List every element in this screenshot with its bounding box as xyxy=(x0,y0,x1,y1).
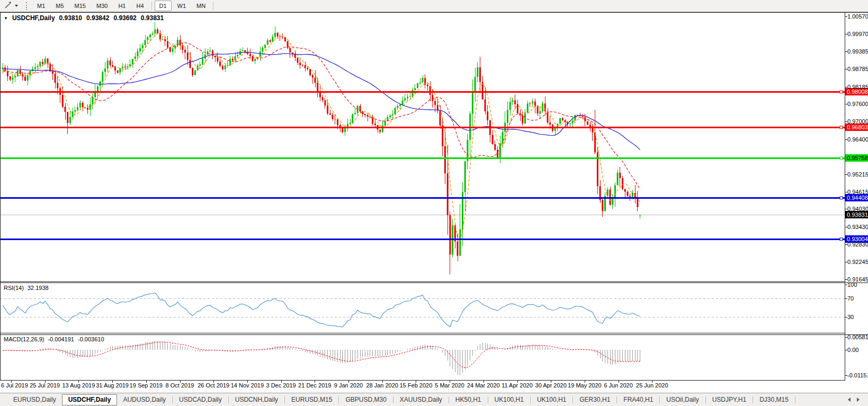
ohlc-open: 0.93810 xyxy=(59,14,82,22)
toolbar-separator xyxy=(151,2,152,11)
cursor-tool-button[interactable] xyxy=(3,1,20,12)
toolbar-grip[interactable] xyxy=(26,2,28,10)
chart-tab-usdchf-daily[interactable]: USDCHF,Daily xyxy=(62,394,118,405)
date-axis-label: 19 May 2020 xyxy=(568,382,602,389)
tabs-scroll-right-button[interactable] xyxy=(857,398,860,402)
price-axis-tick-label: 0.95215 xyxy=(847,172,868,178)
top-toolbar: M1M5M15M30H1H4D1W1MN xyxy=(0,0,868,12)
macd-indicator-label: MACD(12,26,9) -0.004191 -0.003610 xyxy=(4,336,104,342)
chart-title-overlay: ▼ USDCHF,Daily 0.93810 0.93842 0.93692 0… xyxy=(4,14,164,22)
date-axis-label: 6 Jul 2019 xyxy=(1,382,28,389)
date-axis-label: 3 Dec 2019 xyxy=(266,382,296,389)
price-axis-tick-label: 0.92830 xyxy=(847,242,868,248)
date-axis-label: 14 Nov 2019 xyxy=(231,382,264,389)
price-level-label: 0.95758 xyxy=(845,154,868,162)
tab-divider xyxy=(659,396,660,403)
macd-name: MACD(12,26,9) xyxy=(4,336,44,342)
chart-tab-ger30-h1[interactable]: GER30,H1 xyxy=(574,394,616,405)
cursor-tool-icon xyxy=(4,1,12,11)
date-axis-label: 8 Oct 2019 xyxy=(166,382,194,389)
date-axis-label: 13 Aug 2019 xyxy=(62,382,95,389)
timeframe-button-w1[interactable]: W1 xyxy=(173,1,191,11)
chart-tabs: EURUSD,DailyUSDCHF,DailyAUDUSD,DailyUSDC… xyxy=(7,394,796,405)
rsi-axis-tick-label: 70 xyxy=(847,296,854,302)
chart-tab-xauusd-daily[interactable]: XAUUSD,Daily xyxy=(394,394,448,405)
chart-tab-uk100-h1[interactable]: UK100,H1 xyxy=(531,394,572,405)
collapse-triangle-icon[interactable]: ▼ xyxy=(4,16,8,21)
date-axis-label: 11 Apr 2020 xyxy=(502,382,533,389)
tab-divider xyxy=(795,396,795,403)
price-axis-tick-label: 0.97000 xyxy=(847,119,868,125)
macd-axis-tick-label: -0.011514 xyxy=(847,373,868,378)
chart-tab-uk100-h1[interactable]: UK100,H1 xyxy=(489,394,530,405)
ohlc-close: 0.93831 xyxy=(141,14,164,22)
timeframe-button-h4[interactable]: H4 xyxy=(131,1,148,11)
price-axis-tick-label: 0.97600 xyxy=(847,101,868,107)
chart-tab-eurusd-daily[interactable]: EURUSD,Daily xyxy=(7,394,62,405)
date-axis-label: 15 Feb 2020 xyxy=(400,382,433,389)
macd-signal-value: -0.003610 xyxy=(78,336,104,342)
price-axis-tick-label: 0.92245 xyxy=(847,259,868,265)
timeframe-button-mn[interactable]: MN xyxy=(192,1,210,11)
tab-divider xyxy=(284,396,285,403)
rsi-value: 32.1938 xyxy=(28,285,49,291)
price-axis-tick-label: 0.98785 xyxy=(847,66,868,72)
date-axis-label: 6 Jun 2020 xyxy=(604,382,632,389)
timeframe-button-d1[interactable]: D1 xyxy=(155,1,172,11)
chart-tab-gbpusd-m30[interactable]: GBPUSD,M30 xyxy=(339,394,392,405)
chart-symbol-label: USDCHF,Daily xyxy=(12,14,55,22)
ohlc-high: 0.93842 xyxy=(86,14,109,22)
date-axis-label: 25 Jun 2020 xyxy=(636,382,668,389)
chevron-down-icon xyxy=(15,5,18,7)
chart-tab-usdcad-daily[interactable]: USDCAD,Daily xyxy=(173,394,228,405)
chart-tab-usdcnh-daily[interactable]: USDCNH,Daily xyxy=(229,394,284,405)
chart-tab-eurusd-m15[interactable]: EURUSD,M15 xyxy=(285,394,338,405)
chart-tab-usoil-daily[interactable]: USOil,Daily xyxy=(660,394,704,405)
chart-tabs-bar: EURUSD,DailyUSDCHF,DailyAUDUSD,DailyUSDC… xyxy=(0,393,868,406)
macd-axis-tick-label: 0.005818 xyxy=(847,334,868,340)
chart-tab-dj30-m15[interactable]: DJ30,M15 xyxy=(754,394,794,405)
date-axis-label: 28 Jan 2020 xyxy=(366,382,398,389)
price-axis-tick-label: 0.94030 xyxy=(847,206,868,212)
chart-tab-fra40-h1[interactable]: FRA40,H1 xyxy=(618,394,659,405)
timeframe-button-m15[interactable]: M15 xyxy=(70,1,91,11)
price-chart-canvas[interactable] xyxy=(0,12,868,383)
date-axis-label: 25 Jul 2019 xyxy=(30,382,60,389)
price-axis-tick-label: 0.99385 xyxy=(847,49,868,55)
date-axis-label: 31 Aug 2019 xyxy=(96,382,129,389)
price-axis-tick-label: 0.98185 xyxy=(847,84,868,90)
date-axis-label: 26 Oct 2019 xyxy=(198,382,229,389)
chart-tab-audusd-daily[interactable]: AUDUSD,Daily xyxy=(117,394,172,405)
timeframe-button-h1[interactable]: H1 xyxy=(113,1,130,11)
timeframe-buttons: M1M5M15M30H1H4D1W1MN xyxy=(32,1,216,11)
timeframe-button-m5[interactable]: M5 xyxy=(51,1,68,11)
timeframe-button-m30[interactable]: M30 xyxy=(92,1,112,11)
rsi-name: RSI(14) xyxy=(4,285,24,291)
price-level-label: 0.94408 xyxy=(845,194,868,201)
tab-divider xyxy=(753,396,753,403)
chart-tab-usdjpy-h1[interactable]: USDJPY,H1 xyxy=(706,394,752,405)
price-axis-tick-label: 0.93430 xyxy=(847,224,868,230)
tab-divider xyxy=(530,396,531,403)
price-level-label: 0.96803 xyxy=(845,123,868,131)
tab-divider xyxy=(393,396,393,403)
tab-divider xyxy=(616,396,617,403)
ohlc-low: 0.93692 xyxy=(113,14,136,22)
price-axis-tick-label: 0.96400 xyxy=(847,137,868,143)
timeframe-button-m1[interactable]: M1 xyxy=(32,1,50,11)
rsi-axis-tick-label: 100 xyxy=(847,282,857,288)
macd-main-value: -0.004191 xyxy=(48,336,74,342)
rsi-indicator-label: RSI(14) 32.1938 xyxy=(4,285,49,291)
tab-divider xyxy=(572,396,573,403)
chart-tab-hk50-h1[interactable]: HK50,H1 xyxy=(450,394,487,405)
toolbar-separator xyxy=(213,2,213,11)
date-axis-label: 24 Mar 2020 xyxy=(467,382,500,389)
date-axis-label: 5 Mar 2020 xyxy=(435,382,464,389)
date-axis-label: 19 Sep 2019 xyxy=(130,382,163,389)
tab-divider xyxy=(338,396,339,403)
price-axis-tick-label: 0.94615 xyxy=(847,189,868,195)
tab-divider xyxy=(228,396,229,403)
price-axis-tick-label: 1.00570 xyxy=(847,14,868,20)
tab-divider xyxy=(172,396,173,403)
tabs-scroll-left-button[interactable] xyxy=(848,398,851,402)
